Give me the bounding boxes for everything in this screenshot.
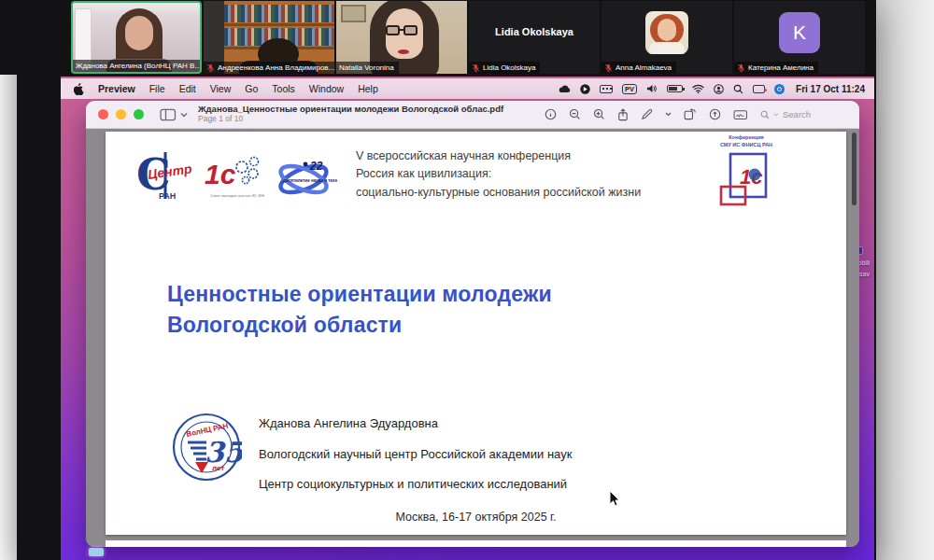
minimize-button[interactable] xyxy=(116,109,126,119)
participant-tile-andreenkova[interactable]: Андреенкова Анна Владимиров... xyxy=(204,1,334,74)
art-books xyxy=(224,5,334,22)
participant-name-tag: Lidia Okolskaya xyxy=(469,62,540,74)
zoom-meeting-window: Жданова Ангелина (ВолНЦ РАН В... Андреен… xyxy=(17,0,876,560)
apple-icon[interactable] xyxy=(74,83,84,95)
fnisc-logo-sub: РАН xyxy=(159,191,176,201)
account-icon[interactable] xyxy=(714,84,724,94)
document-title: Жданова_Ценностные ориентации молодежи В… xyxy=(198,105,503,115)
participant-tile-okolskaya[interactable]: Lidia Okolskaya Lidia Okolskaya xyxy=(469,1,600,74)
info-icon[interactable] xyxy=(545,108,557,120)
slide-title: Ценностные ориентации молодежи Вологодск… xyxy=(167,279,552,342)
art-face xyxy=(658,19,676,41)
sidebar-icon xyxy=(160,108,177,121)
conference-title: V всероссийская научная конференция Росс… xyxy=(356,147,701,202)
menu-view[interactable]: View xyxy=(210,83,232,94)
menu-help[interactable]: Help xyxy=(358,83,378,94)
art-lips xyxy=(398,49,409,54)
conference-org-logo: Конференция СМУ ИС ФНИСЦ РАН 1с xyxy=(706,133,786,214)
menu-edit[interactable]: Edit xyxy=(179,83,196,94)
battery-icon[interactable] xyxy=(667,85,683,92)
menubar-clock[interactable]: Fri 17 Oct 11:24 xyxy=(794,84,865,94)
menu-preview[interactable]: Preview xyxy=(98,83,135,94)
wifi-icon[interactable] xyxy=(692,84,704,93)
zoom-button[interactable] xyxy=(134,109,144,119)
affiliation-line-2: Центр социокультурных и политических исс… xyxy=(259,477,572,491)
search-icon[interactable] xyxy=(733,84,743,94)
zoom-in-icon[interactable] xyxy=(593,108,605,120)
cloud-icon[interactable] xyxy=(558,84,571,93)
close-button[interactable] xyxy=(98,109,108,119)
highlight-circle-icon[interactable] xyxy=(709,108,721,120)
app-menus: Preview File Edit View Go Tools Window H… xyxy=(61,83,378,95)
rotate-icon[interactable] xyxy=(684,108,697,120)
preview-toolbar: Search xyxy=(545,108,859,121)
participant-tile-almakaeva[interactable]: Anna Almakaeva xyxy=(601,1,732,74)
slide-title-line-1: Ценностные ориентации молодежи xyxy=(167,279,552,310)
art-top xyxy=(649,42,685,54)
dock-item-partial xyxy=(89,548,104,556)
strip-corner-fill xyxy=(0,0,17,75)
screen-record-indicator-icon[interactable] xyxy=(774,84,785,94)
document-title-block: Жданова_Ценностные ориентации молодежи В… xyxy=(198,105,503,124)
avatar xyxy=(645,11,688,54)
search-placeholder: Search xyxy=(783,109,811,119)
participant-name-tag: Natalia Voronina xyxy=(336,62,399,74)
participant-name-tag: Катерина Амелина xyxy=(734,62,818,74)
markup-chevron-down-icon[interactable] xyxy=(665,112,672,117)
page-indicator: Page 1 of 10 xyxy=(198,115,503,124)
participant-strip: Жданова Ангелина (ВолНЦ РАН В... Андреен… xyxy=(17,0,876,75)
art-shelf xyxy=(224,23,334,26)
avatar: K xyxy=(779,12,820,53)
markup-pencil-icon[interactable] xyxy=(641,108,653,120)
menu-tools[interactable]: Tools xyxy=(272,83,295,94)
search-input[interactable]: Search xyxy=(760,109,846,119)
window-controls xyxy=(98,109,144,119)
mic-muted-icon xyxy=(604,63,613,73)
art-glasses xyxy=(403,25,417,35)
participant-name: Андреенкова Анна Владимиров... xyxy=(218,63,334,73)
share-icon[interactable] xyxy=(617,108,629,121)
mic-muted-icon xyxy=(472,63,480,73)
pdf-scroll-area[interactable]: C Центр РАН 1с xyxy=(86,129,859,547)
menu-window[interactable]: Window xyxy=(309,83,344,94)
menu-file[interactable]: File xyxy=(149,83,165,94)
menu-go[interactable]: Go xyxy=(245,83,258,94)
pv-badge-icon[interactable]: PV xyxy=(622,84,637,94)
volnc-badge-years: лет xyxy=(212,464,224,472)
smu-logo: 1с Совет молодых ученых ИС ФНИСЦ РАН xyxy=(205,150,264,208)
mic-muted-icon xyxy=(206,63,215,73)
participant-name: Жданова Ангелина (ВолНЦ РАН В... xyxy=(76,61,200,71)
participant-name: Natalia Voronina xyxy=(339,63,394,73)
scrollbar-thumb[interactable] xyxy=(852,133,856,205)
art-face xyxy=(125,16,153,50)
org-logo-caption-1: Конференция xyxy=(706,133,786,141)
preview-titlebar[interactable]: Жданова_Ценностные ориентации молодежи В… xyxy=(86,101,859,129)
screen-mirroring-icon[interactable] xyxy=(753,85,765,93)
sidebar-toggle[interactable] xyxy=(160,108,188,121)
participant-name: Катерина Амелина xyxy=(748,63,814,73)
decade-of-science-logo: 22 десятилетие науки и технологий xyxy=(272,156,337,206)
smu-caption: Совет молодых ученых ИС ФНИСЦ РАН xyxy=(210,193,264,198)
volnc-ran-35-logo: ВолНЦ РАН 35 лет xyxy=(171,412,242,486)
menubar-status-icons: PV Fri 17 Oct 11:24 xyxy=(558,84,874,94)
zoom-out-icon[interactable] xyxy=(569,108,581,120)
participant-display-name: Lidia Okolskaya xyxy=(469,26,600,37)
desktop-file-label[interactable]: .sav xyxy=(857,271,870,277)
conference-line-2: Россия как цивилизация: xyxy=(356,165,701,183)
pdf-page-2-edge xyxy=(106,540,846,547)
volume-icon[interactable] xyxy=(646,84,658,93)
desktop-file-label[interactable]: obili xyxy=(858,259,870,266)
participant-name-tag: Жданова Ангелина (ВолНЦ РАН В... xyxy=(73,60,200,72)
chevron-down-icon xyxy=(180,112,188,118)
participant-tile-zhdanova[interactable]: Жданова Ангелина (ВолНЦ РАН В... xyxy=(71,1,202,74)
keyboard-icon[interactable] xyxy=(600,85,613,93)
app-circle-icon[interactable] xyxy=(580,84,590,94)
participant-tile-amelina[interactable]: K Катерина Амелина xyxy=(734,1,865,74)
art-glasses xyxy=(386,25,400,35)
signature-icon[interactable] xyxy=(733,109,748,120)
fnisc-ran-logo: C Центр РАН xyxy=(136,150,192,206)
org-logo-caption-2: СМУ ИС ФНИСЦ РАН xyxy=(706,141,786,148)
shared-screen: Preview File Edit View Go Tools Window H… xyxy=(61,77,874,560)
screenshot-root: Жданова Ангелина (ВолНЦ РАН В... Андреен… xyxy=(0,0,934,560)
participant-tile-voronina[interactable]: Natalia Voronina xyxy=(336,1,467,74)
